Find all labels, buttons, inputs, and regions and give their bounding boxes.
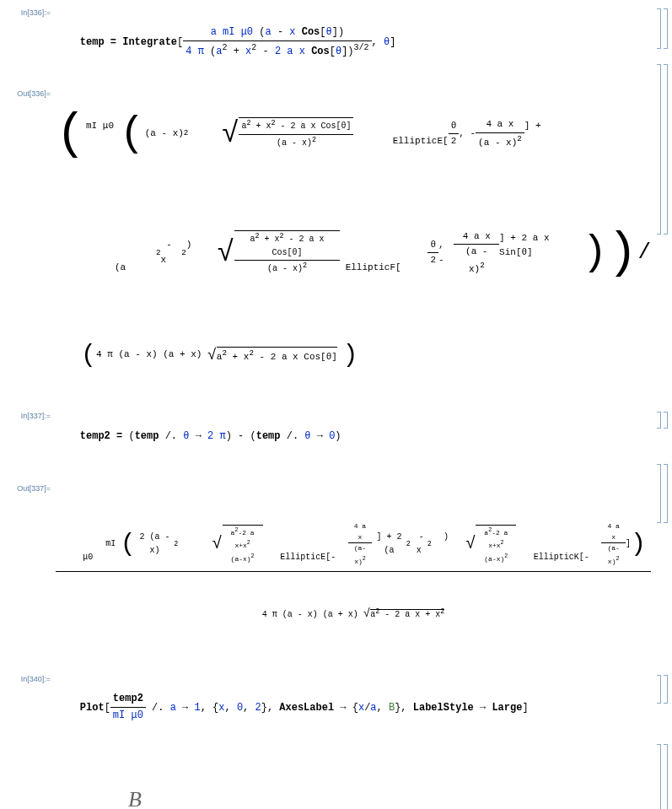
chart-plot: 0.51.01.52.0−112Bxa: [56, 785, 646, 809]
output-cell-336[interactable]: (mI μ0 ((a - x)2 √ a2 + x2 - 2 a x Cos[θ…: [56, 64, 651, 406]
output-label-337: Out[337]=: [4, 464, 56, 493]
output-label-340: Out[340]=: [4, 744, 56, 809]
output-cell-337[interactable]: mI μ0 (2 (a - x)2 √a2-2 a x+x2(a-x)2 Ell…: [56, 464, 651, 668]
input-label-340: In[340]:=: [4, 675, 56, 683]
output-label-336: Out[336]=: [4, 64, 56, 98]
svg-text:B: B: [128, 787, 142, 809]
output-plot-340[interactable]: 0.51.01.52.0−112Bxa: [56, 744, 651, 809]
input-label-336: In[336]:=: [4, 8, 56, 17]
input-cell-337[interactable]: temp2 = (temp /. θ → 2 π) - (temp /. θ →…: [56, 412, 651, 461]
input-label-337: In[337]:=: [4, 412, 56, 420]
input-cell-336[interactable]: temp = Integrate[a mI μ0 (a - x Cos[θ])4…: [56, 8, 651, 61]
input-cell-340[interactable]: Plot[temp2mI μ0 /. a → 1, {x, 0, 2}, Axe…: [56, 675, 651, 741]
